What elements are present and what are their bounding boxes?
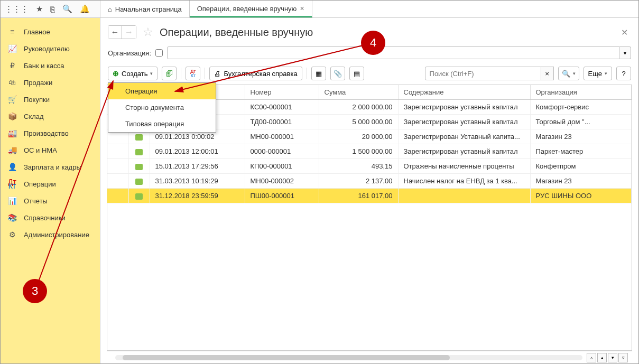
cell-date: 09.01.2013 12:00:01	[150, 144, 245, 159]
scroll-up-button[interactable]: ▴	[597, 353, 607, 362]
document-icon	[135, 164, 143, 170]
more-button[interactable]: Еще▾	[584, 67, 612, 80]
sidebar-item-salary[interactable]: 👤Зарплата и кадры	[1, 158, 100, 175]
cell-number: КС00-000001	[245, 100, 319, 115]
back-button[interactable]: ←	[108, 26, 122, 39]
create-button[interactable]: ⊕ Создать ▾	[108, 67, 158, 80]
cell-number: ТД00-000001	[245, 115, 319, 129]
tab-close-icon[interactable]: ✕	[300, 5, 304, 12]
scroll-bottom-button[interactable]: ▿	[618, 353, 628, 362]
cell-date: 31.12.2018 23:59:59	[150, 189, 245, 203]
document-icon	[135, 179, 143, 185]
tab-home-label: Начальная страница	[115, 5, 182, 13]
col-number[interactable]: Номер	[245, 85, 319, 100]
cell-number: МН00-000001	[245, 129, 319, 144]
sidebar-item-assets[interactable]: 🚚ОС и НМА	[1, 142, 100, 158]
close-page-icon[interactable]: ✕	[621, 27, 631, 38]
sidebar-item-purchases[interactable]: 🛒Покупки	[1, 91, 100, 108]
print-spravka-button[interactable]: 🖨 Бухгалтерская справка	[209, 67, 302, 80]
cell-org: Комфорт-сервис	[530, 100, 632, 115]
org-dropdown-button[interactable]: ▾	[619, 46, 631, 59]
sidebar-item-bank[interactable]: ₽Банк и касса	[1, 57, 100, 74]
sidebar-item-manager[interactable]: 📈Руководителю	[1, 40, 100, 57]
tab-operations-label: Операции, введенные вручную	[197, 5, 297, 13]
bag-icon: 🛍	[8, 78, 16, 87]
register-icon: ▦	[316, 70, 322, 78]
magnifier-icon: 🔍	[562, 70, 570, 78]
cell-content: Зарегистрирован Уставный капита...	[398, 129, 530, 144]
bars-icon: 📊	[8, 197, 16, 205]
ruble-icon: ₽	[8, 61, 16, 70]
favorites-icon[interactable]: ★	[36, 4, 43, 14]
page-title: Операции, введенные вручную	[160, 26, 313, 39]
forward-button[interactable]: →	[122, 26, 136, 39]
cell-content: Зарегистрирован уставный капитал	[398, 144, 530, 159]
top-icon-bar: ⋮⋮⋮ ★ ⎘ 🔍 🔔	[1, 1, 100, 17]
org-input[interactable]	[167, 46, 619, 59]
sidebar-item-warehouse[interactable]: 📦Склад	[1, 108, 100, 125]
sidebar-item-operations[interactable]: ДтКтОперации	[1, 175, 100, 192]
cell-number: КП00-000001	[245, 159, 319, 174]
notifications-icon[interactable]: 🔔	[80, 4, 90, 14]
cell-content: Зарегистрирован уставный капитал	[398, 115, 530, 129]
person-icon: 👤	[8, 163, 16, 171]
history-icon[interactable]: ⎘	[50, 5, 55, 14]
org-label: Организация:	[108, 49, 151, 57]
dtkt-icon: ДтКт	[190, 69, 196, 78]
table-row[interactable]: 09.01.2013 12:00:010000-0000011 500 000,…	[107, 144, 632, 159]
create-menu-operation[interactable]: Операция	[108, 83, 216, 99]
cell-org: Конфетпром	[530, 159, 632, 174]
tab-home[interactable]: ⌂ Начальная страница	[100, 1, 190, 17]
search-icon[interactable]: 🔍	[62, 4, 72, 14]
sidebar-item-main[interactable]: ≡Главное	[1, 23, 100, 40]
register-button[interactable]: ▦	[311, 67, 326, 80]
cell-org: Паркет-мастер	[530, 144, 632, 159]
search-clear-button[interactable]: ×	[541, 67, 554, 80]
h-scrollbar[interactable]	[115, 355, 582, 360]
chart-icon: 📈	[8, 44, 16, 53]
cell-sum: 2 137,00	[319, 174, 398, 189]
sidebar-item-admin[interactable]: ⚙Администрирование	[1, 226, 100, 243]
help-button[interactable]: ?	[616, 67, 631, 80]
create-menu: Операция Сторно документа Типовая операц…	[108, 82, 216, 133]
create-menu-storno[interactable]: Сторно документа	[108, 99, 216, 116]
paperclip-icon: 📎	[334, 70, 342, 78]
callout-4: 4	[361, 31, 385, 55]
list-button[interactable]: ▤	[349, 67, 364, 80]
search-button[interactable]: 🔍▾	[558, 67, 579, 80]
gear-icon: ⚙	[8, 230, 16, 239]
cell-org: РУС ШИНЫ ООО	[530, 189, 632, 203]
table-row[interactable]: 15.01.2013 17:29:56КП00-000001493,15Отра…	[107, 159, 632, 174]
dtkt-button[interactable]: ДтКт	[186, 67, 200, 80]
cell-sum: 161 017,00	[319, 189, 398, 203]
scroll-top-button[interactable]: ▵	[587, 353, 596, 362]
scroll-down-button[interactable]: ▾	[608, 353, 617, 362]
books-icon: 📚	[8, 213, 16, 222]
table-row[interactable]: 31.12.2018 23:59:59ПШ00-000001161 017,00…	[107, 189, 632, 203]
col-org[interactable]: Организация	[530, 85, 632, 100]
cell-content: Отражены начисленные проценты	[398, 159, 530, 174]
sidebar-item-sales[interactable]: 🛍Продажи	[1, 74, 100, 91]
apps-icon[interactable]: ⋮⋮⋮	[5, 4, 29, 14]
attach-button[interactable]: 📎	[330, 67, 345, 80]
copy-button[interactable]: 🗐	[162, 67, 177, 80]
cell-sum: 20 000,00	[319, 129, 398, 144]
menu-icon: ≡	[8, 27, 16, 36]
tab-operations[interactable]: Операции, введенные вручную ✕	[190, 1, 313, 17]
cell-sum: 5 000 000,00	[319, 115, 398, 129]
sidebar-item-reports[interactable]: 📊Отчеты	[1, 192, 100, 209]
search-input[interactable]	[425, 67, 541, 80]
col-sum[interactable]: Сумма	[319, 85, 398, 100]
cell-org: Торговый дом "...	[530, 115, 632, 129]
sidebar-item-directories[interactable]: 📚Справочники	[1, 209, 100, 226]
dtkt-icon: ДтКт	[8, 180, 16, 188]
cell-content: Зарегистрирован уставный капитал	[398, 100, 530, 115]
favorite-star-icon[interactable]: ☆	[143, 25, 153, 39]
factory-icon: 🏭	[8, 129, 16, 137]
org-checkbox[interactable]	[155, 49, 163, 57]
sidebar-item-production[interactable]: 🏭Производство	[1, 125, 100, 142]
table-row[interactable]: 31.03.2013 10:19:29МН00-0000022 137,00На…	[107, 174, 632, 189]
create-menu-template[interactable]: Типовая операция	[108, 116, 216, 132]
cell-date: 15.01.2013 17:29:56	[150, 159, 245, 174]
col-content[interactable]: Содержание	[398, 85, 530, 100]
